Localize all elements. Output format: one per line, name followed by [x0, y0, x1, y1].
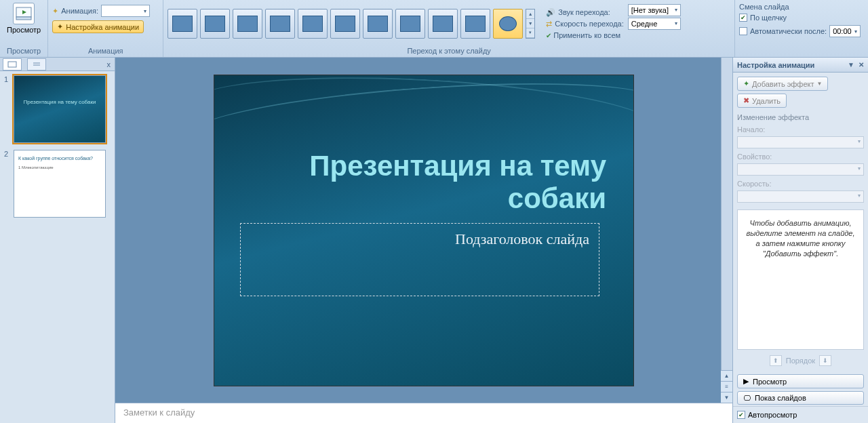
preview-button-label: Просмотр	[7, 26, 41, 34]
apply-to-all-button[interactable]: Применить ко всем	[546, 31, 623, 40]
change-effect-label: Изменение эффекта	[737, 113, 864, 121]
svg-rect-3	[8, 62, 16, 67]
slide-title-placeholder[interactable]: Презентация на тему собаки	[241, 150, 606, 216]
transition-thumb-9[interactable]	[428, 9, 458, 39]
transition-thumb-1[interactable]	[167, 9, 197, 39]
custom-animation-button[interactable]: ✦ Настройка анимации	[52, 20, 144, 33]
taskpane-body: ✦ Добавить эффект ▼ ✖ Удалить Изменение …	[733, 73, 868, 373]
preview-button[interactable]: Просмотр	[4, 1, 43, 35]
start-field-label: Начало:	[737, 125, 864, 134]
thumbnail-number: 1	[4, 75, 9, 143]
scroll-next-icon[interactable]: ▼	[721, 392, 732, 403]
add-effect-button[interactable]: ✦ Добавить эффект ▼	[737, 77, 828, 91]
on-click-label: По щелчку	[750, 14, 787, 22]
speed-field-label: Скорость:	[737, 180, 864, 188]
preview-icon	[13, 3, 35, 24]
remove-effect-button[interactable]: ✖ Удалить	[737, 94, 787, 108]
scroll-sep-icon[interactable]: ≡	[721, 381, 732, 392]
sound-icon: 🔊	[546, 8, 555, 17]
thumbnail-slide-2[interactable]: К какой группе относится собака? 1 Млеко…	[14, 150, 106, 218]
animation-label: Анимация:	[61, 7, 98, 15]
thumbnail-title: К какой группе относится собака?	[18, 156, 101, 161]
transition-thumb-8[interactable]	[395, 9, 425, 39]
advance-title: Смена слайда	[739, 3, 789, 11]
chevron-down-icon: ▼	[816, 81, 822, 87]
add-effect-icon: ✦	[743, 79, 749, 88]
editor-scrollbar[interactable]: ▲ ≡ ▼	[721, 58, 732, 403]
transition-thumb-6[interactable]	[330, 9, 360, 39]
ribbon-group-advance-label	[739, 54, 864, 57]
thumbnail-close[interactable]: x	[107, 60, 111, 68]
thumbnail-tabs: x	[0, 58, 115, 71]
thumbnail-number: 2	[4, 150, 9, 218]
auto-after-label: Автоматически после:	[750, 27, 827, 35]
taskpane-title: Настройка анимации	[737, 61, 814, 69]
slideshow-button[interactable]: 🖵 Показ слайдов	[737, 391, 864, 405]
thumbnail-title: Презентация на тему собаки	[14, 99, 105, 105]
taskpane-close-icon[interactable]: ✕	[859, 61, 864, 68]
transition-gallery-more[interactable]: ▲▼▾	[526, 9, 535, 39]
slide-canvas[interactable]: Презентация на тему собаки Подзаголовок …	[214, 75, 634, 386]
autopreview-checkbox[interactable]: ✔	[737, 411, 745, 419]
slide-editor: Презентация на тему собаки Подзаголовок …	[115, 58, 732, 423]
reorder-controls: ⬆ Порядок ⬇	[737, 352, 864, 369]
transition-thumb-10[interactable]	[460, 9, 490, 39]
speed-icon: ⇄	[546, 20, 552, 28]
auto-after-time[interactable]: 00:00	[829, 25, 861, 37]
screen-icon: 🖵	[743, 394, 751, 402]
transition-thumb-5[interactable]	[298, 9, 328, 39]
thumbnail-slide-1[interactable]: Презентация на тему собаки	[14, 75, 106, 143]
autopreview-label: Автопросмотр	[748, 411, 797, 419]
ribbon-group-preview: Просмотр Просмотр	[0, 0, 48, 57]
transition-thumb-4[interactable]	[265, 9, 295, 39]
taskpane-preview-button[interactable]: ▶ Просмотр	[737, 374, 864, 388]
start-combo[interactable]	[737, 136, 864, 148]
reorder-up-button[interactable]: ⬆	[770, 355, 782, 366]
star-icon: ✦	[52, 7, 58, 16]
taskpane-menu-icon[interactable]: ▼	[848, 61, 854, 68]
transition-thumb-7[interactable]	[363, 9, 393, 39]
outline-tab[interactable]	[27, 58, 46, 70]
speed-combo2[interactable]	[737, 190, 864, 203]
ribbon-group-preview-label: Просмотр	[4, 45, 43, 57]
main-area: x 1 Презентация на тему собаки 2 К какой…	[0, 58, 868, 423]
slides-tab[interactable]	[3, 58, 22, 70]
thumbnail-panel: x 1 Презентация на тему собаки 2 К какой…	[0, 58, 115, 423]
reorder-label: Порядок	[786, 357, 815, 365]
auto-after-checkbox[interactable]	[739, 27, 747, 35]
reorder-down-button[interactable]: ⬇	[819, 355, 831, 366]
thumbnail-item: 2 К какой группе относится собака? 1 Мле…	[4, 150, 111, 218]
svg-rect-2	[16, 17, 31, 20]
autopreview-row: ✔ Автопросмотр	[733, 406, 868, 423]
scroll-prev-icon[interactable]: ▲	[721, 370, 732, 381]
thumbnail-list: 1 Презентация на тему собаки 2 К какой г…	[0, 71, 115, 423]
ribbon-group-transition: ▲▼▾ 🔊 Звук перехода: ⇄ Скорость перехода…	[163, 0, 735, 57]
notes-pane[interactable]: Заметки к слайду	[115, 403, 732, 423]
slide-subtitle-placeholder[interactable]: Подзаголовок слайда	[240, 223, 599, 296]
remove-icon: ✖	[743, 96, 749, 105]
ribbon: Просмотр Просмотр ✦ Анимация: ✦ Настройк…	[0, 0, 868, 58]
taskpane-hint: Чтобы добавить анимацию, выделите элемен…	[737, 209, 864, 350]
transition-thumb-2[interactable]	[200, 9, 230, 39]
animation-combo[interactable]	[101, 5, 150, 17]
taskpane-header: Настройка анимации ▼ ✕	[733, 58, 868, 73]
sound-combo[interactable]: [Нет звука]	[628, 4, 681, 16]
slideshow-label: Показ слайдов	[755, 394, 806, 402]
play-icon: ▶	[743, 377, 749, 386]
transition-thumb-3[interactable]	[233, 9, 262, 39]
transition-thumb-11[interactable]	[493, 9, 523, 39]
ribbon-group-transition-label: Переход к этому слайду	[167, 45, 730, 57]
remove-effect-label: Удалить	[752, 97, 781, 105]
speed-combo[interactable]: Средне	[628, 18, 681, 30]
property-field-label: Свойство:	[737, 153, 864, 161]
add-effect-label: Добавить эффект	[752, 80, 814, 88]
taskpane-preview-label: Просмотр	[753, 378, 787, 386]
ribbon-group-animation: ✦ Анимация: ✦ Настройка анимации Анимаци…	[48, 0, 163, 57]
transition-gallery: ▲▼▾	[167, 9, 535, 39]
ribbon-group-animation-label: Анимация	[52, 45, 159, 57]
apply-to-all-label: Применить ко всем	[546, 31, 620, 39]
property-combo[interactable]	[737, 163, 864, 176]
on-click-checkbox[interactable]: ✔	[739, 14, 747, 22]
thumbnail-item: 1 Презентация на тему собаки	[4, 75, 111, 143]
ribbon-group-advance: Смена слайда ✔ По щелчку Автоматически п…	[735, 0, 868, 57]
